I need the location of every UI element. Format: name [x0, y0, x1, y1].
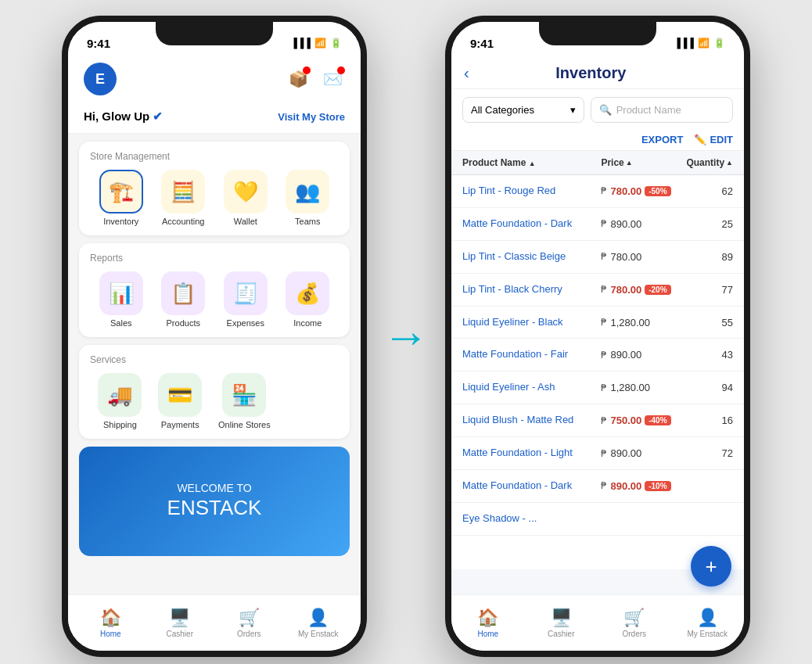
teams-item[interactable]: 👥 Teams — [286, 170, 329, 226]
wallet-item[interactable]: 💛 Wallet — [224, 170, 268, 226]
income-item[interactable]: 💰 Income — [286, 271, 329, 328]
price-value: 780.00 — [610, 251, 641, 263]
right-nav-cashier[interactable]: 🖥️ Cashier — [525, 608, 598, 638]
sales-icon-box: 📊 — [99, 271, 143, 315]
store-management-card: Store Management 🏗️ Inventory 🧮 Accounti… — [79, 142, 350, 235]
right-nav-home[interactable]: 🏠 Home — [451, 608, 525, 638]
product-name: Eye Shadow - ... — [462, 512, 601, 526]
left-nav-home[interactable]: 🏠 Home — [76, 608, 146, 638]
table-row[interactable]: Matte Foundation - Light₱890.0072 — [451, 437, 744, 470]
inventory-table: Lip Tint - Rouge Red₱780.00-50%62Matte F… — [451, 175, 744, 569]
r-battery-icon: 🔋 — [713, 38, 725, 48]
sales-item[interactable]: 📊 Sales — [99, 271, 143, 328]
reports-card: Reports 📊 Sales 📋 Products 🧾 Expenses — [79, 243, 350, 337]
left-status-icons: ▐▐▐ 📶 🔋 — [290, 38, 342, 48]
expenses-item[interactable]: 🧾 Expenses — [224, 271, 268, 328]
left-screen: 9:41 ▐▐▐ 📶 🔋 E 📦 ✉️ — [68, 22, 361, 651]
visit-store-link[interactable]: Visit My Store — [278, 111, 345, 123]
export-button[interactable]: EXPORT — [641, 134, 683, 145]
left-nav-my-enstack[interactable]: 👤 My Enstack — [284, 608, 354, 638]
peso-sign: ₱ — [601, 382, 607, 393]
left-status-bar: 9:41 ▐▐▐ 📶 🔋 — [68, 22, 361, 56]
home-label: Home — [100, 630, 121, 638]
services-card: Services 🚚 Shipping 💳 Payments 🏪 Online … — [79, 345, 350, 439]
cashier-icon: 🖥️ — [169, 608, 190, 628]
price-value: 890.00 — [610, 218, 641, 230]
table-row[interactable]: Eye Shadow - ... — [451, 503, 744, 536]
expenses-label: Expenses — [227, 318, 264, 328]
sales-label: Sales — [110, 318, 132, 328]
mail-icon[interactable]: ✉️ — [320, 66, 345, 92]
inventory-controls: All Categories ▾ 🔍 Product Name — [451, 89, 744, 131]
reports-grid: 📊 Sales 📋 Products 🧾 Expenses 💰 Income — [90, 271, 339, 328]
product-name: Liquid Eyeliner - Ash — [462, 381, 601, 394]
search-box[interactable]: 🔍 Product Name — [591, 97, 733, 123]
table-row[interactable]: Matte Foundation - Fair₱890.0043 — [451, 339, 744, 371]
table-row[interactable]: Matte Foundation - Dark₱890.00-10% — [451, 470, 744, 503]
product-qty: 72 — [684, 447, 733, 459]
product-price: ₱890.00 — [601, 349, 684, 361]
username: Glow Up — [102, 109, 149, 123]
col-price: Price ▲ — [601, 157, 684, 168]
welcome-banner: WELCOME TO ENSTACK — [79, 447, 350, 556]
price-value: 780.00 — [610, 185, 641, 197]
header-icons: 📦 ✉️ — [286, 66, 345, 92]
discount-badge: -40% — [645, 415, 670, 425]
r-home-label: Home — [477, 630, 498, 638]
payments-item[interactable]: 💳 Payments — [158, 373, 202, 429]
back-button[interactable]: ‹ — [464, 64, 469, 82]
left-phone: 9:41 ▐▐▐ 📶 🔋 E 📦 ✉️ — [62, 16, 367, 657]
services-label: Services — [90, 354, 339, 365]
gift-icon[interactable]: 📦 — [286, 66, 311, 92]
product-price: ₱890.00-10% — [601, 480, 684, 492]
inventory-header: ‹ Inventory — [451, 56, 744, 89]
product-name: Matte Foundation - Light — [462, 447, 601, 460]
product-name: Matte Foundation - Dark — [462, 479, 601, 493]
r-my-enstack-label: My Enstack — [687, 630, 728, 638]
price-value: 1,280.00 — [610, 382, 650, 393]
left-nav-orders[interactable]: 🛒 Orders — [214, 608, 284, 638]
discount-badge: -10% — [645, 481, 670, 491]
product-qty: 43 — [684, 349, 733, 361]
gift-badge — [303, 66, 311, 74]
products-label: Products — [167, 318, 200, 328]
shipping-item[interactable]: 🚚 Shipping — [98, 373, 142, 429]
table-row[interactable]: Liquid Blush - Matte Red₱750.00-40%16 — [451, 404, 744, 437]
product-qty: 89 — [684, 251, 733, 263]
category-dropdown[interactable]: All Categories ▾ — [462, 97, 584, 123]
table-row[interactable]: Lip Tint - Rouge Red₱780.00-50%62 — [451, 175, 744, 208]
placeholder-box — [287, 373, 331, 417]
table-row[interactable]: Lip Tint - Black Cherry₱780.00-20%77 — [451, 274, 744, 307]
right-bottom-nav: 🏠 Home 🖥️ Cashier 🛒 Orders 👤 My Enstack — [451, 594, 744, 651]
online-stores-item[interactable]: 🏪 Online Stores — [218, 373, 271, 429]
table-row[interactable]: Lip Tint - Classic Beige₱780.0089 — [451, 241, 744, 274]
products-item[interactable]: 📋 Products — [161, 271, 205, 328]
services-grid: 🚚 Shipping 💳 Payments 🏪 Online Stores — [90, 373, 339, 429]
category-label: All Categories — [471, 104, 534, 116]
orders-label: Orders — [237, 630, 261, 638]
verified-icon: ✔ — [153, 109, 163, 123]
peso-sign: ₱ — [601, 480, 607, 491]
edit-button[interactable]: ✏️ EDIT — [694, 134, 733, 145]
shipping-icon-box: 🚚 — [98, 373, 142, 417]
left-nav-cashier[interactable]: 🖥️ Cashier — [146, 608, 215, 638]
product-name: Liquid Blush - Matte Red — [462, 414, 601, 427]
left-bottom-nav: 🏠 Home 🖥️ Cashier 🛒 Orders 👤 My Enstack — [68, 594, 361, 651]
products-icon-box: 📋 — [161, 271, 205, 315]
right-status-time: 9:41 — [470, 37, 494, 50]
right-nav-orders[interactable]: 🛒 Orders — [598, 608, 671, 638]
shipping-label: Shipping — [103, 420, 137, 429]
right-nav-my-enstack[interactable]: 👤 My Enstack — [671, 608, 745, 638]
accounting-item[interactable]: 🧮 Accounting — [161, 170, 205, 226]
peso-sign: ₱ — [601, 251, 607, 262]
add-product-button[interactable]: + — [691, 546, 731, 587]
online-stores-icon-box: 🏪 — [222, 373, 266, 417]
inventory-label: Inventory — [103, 217, 138, 226]
inventory-item[interactable]: 🏗️ Inventory — [99, 170, 143, 226]
edit-icon: ✏️ — [694, 134, 706, 145]
price-value: 890.00 — [610, 480, 641, 492]
table-row[interactable]: Liquid Eyeliner - Ash₱1,280.0094 — [451, 371, 744, 404]
table-row[interactable]: Matte Foundation - Dark₱890.0025 — [451, 208, 744, 241]
price-value: 780.00 — [610, 284, 641, 296]
table-row[interactable]: Liquid Eyeliner - Black₱1,280.0055 — [451, 307, 744, 339]
